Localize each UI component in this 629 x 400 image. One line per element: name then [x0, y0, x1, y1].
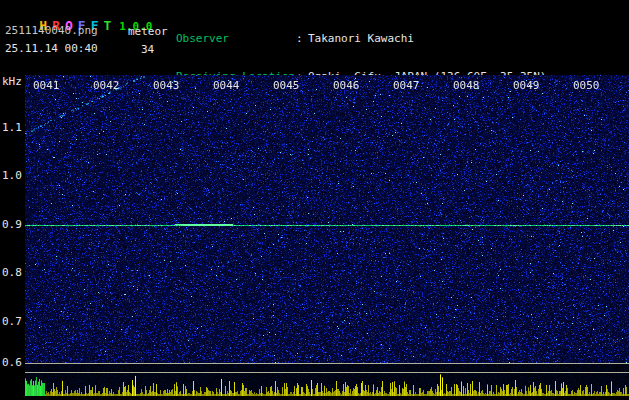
freq-tick-label: 1.0 — [2, 170, 22, 181]
time-tick-label: 0042 — [93, 80, 120, 91]
spectrogram-plot — [25, 75, 629, 398]
app-title-letter: T — [103, 18, 111, 33]
info-row-observer: Observer:Takanori Kawachi — [176, 33, 546, 45]
time-tick-label: 0043 — [153, 80, 180, 91]
observation-mode: meteor — [128, 25, 168, 38]
observation-datetime: 25.11.14 00:40 — [5, 42, 98, 55]
time-tick-label: 0046 — [333, 80, 360, 91]
hrofft-spectrogram-window: HROFFT1.0.0 2511140040.png meteor 25.11.… — [0, 0, 629, 400]
freq-tick-label: 1.1 — [2, 122, 22, 133]
meteor-count: 34 — [141, 43, 154, 56]
info-label: Observer — [176, 33, 296, 45]
freq-tick-label: 0.6 — [2, 357, 22, 368]
output-filename: 2511140040.png — [5, 24, 98, 37]
freq-tick-label: 0.9 — [2, 219, 22, 230]
info-separator: : — [296, 33, 308, 45]
frequency-unit-label: kHz — [2, 76, 22, 87]
info-value: Takanori Kawachi — [308, 32, 414, 45]
time-tick-label: 0047 — [393, 80, 420, 91]
freq-tick-label: 0.7 — [2, 316, 22, 327]
time-tick-label: 0048 — [453, 80, 480, 91]
time-tick-label: 0049 — [513, 80, 540, 91]
time-tick-label: 0045 — [273, 80, 300, 91]
time-tick-label: 0044 — [213, 80, 240, 91]
time-tick-label: 0050 — [573, 80, 600, 91]
time-tick-label: 0041 — [33, 80, 60, 91]
freq-tick-label: 0.8 — [2, 267, 22, 278]
